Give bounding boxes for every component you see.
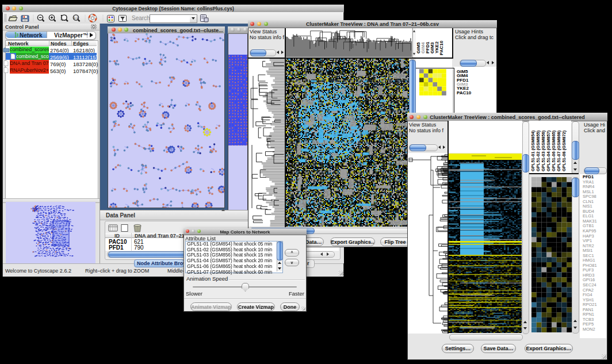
svg-text:1:1: 1:1 bbox=[74, 16, 78, 20]
